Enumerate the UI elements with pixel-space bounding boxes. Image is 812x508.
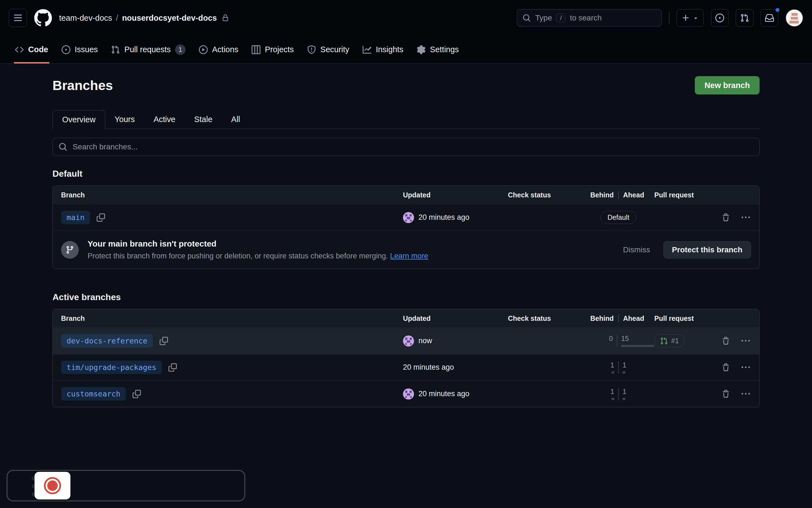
tab-overview[interactable]: Overview bbox=[52, 110, 105, 129]
row-actions bbox=[718, 212, 759, 223]
branch-search-input[interactable] bbox=[52, 138, 760, 156]
branch-protection-banner: Your main branch isn't protected Protect… bbox=[53, 230, 759, 269]
global-search-box[interactable]: Type / to search bbox=[517, 9, 662, 27]
ahead-bar bbox=[621, 345, 654, 347]
protect-branch-button[interactable]: Protect this branch bbox=[663, 241, 751, 258]
updated-time: 20 minutes ago bbox=[418, 389, 470, 398]
table-row: dev-docs-reference now 0 15 bbox=[53, 328, 759, 354]
updated-time: 20 minutes ago bbox=[418, 213, 470, 222]
tab-security[interactable]: Security bbox=[300, 36, 356, 63]
kebab-menu-button[interactable] bbox=[740, 336, 751, 346]
breadcrumb-separator: / bbox=[116, 13, 118, 23]
updated-cell: now bbox=[403, 335, 508, 346]
inbox-wrapper bbox=[761, 9, 778, 27]
issues-global-button[interactable] bbox=[711, 9, 729, 27]
new-branch-button[interactable]: New branch bbox=[695, 76, 760, 94]
tab-all[interactable]: All bbox=[222, 110, 249, 129]
branch-cell: tim/upgrade-packages bbox=[53, 361, 403, 374]
behind-count: 1 bbox=[610, 388, 614, 396]
ahead-count: 15 bbox=[621, 335, 629, 343]
record-button[interactable] bbox=[35, 472, 71, 500]
lock-icon bbox=[222, 14, 229, 22]
copy-branch-name-button[interactable] bbox=[167, 362, 178, 373]
copy-branch-name-button[interactable] bbox=[159, 336, 169, 346]
kebab-menu-button[interactable] bbox=[740, 389, 751, 399]
hamburger-menu-button[interactable] bbox=[9, 9, 27, 27]
updated-time: now bbox=[418, 337, 432, 345]
tab-projects[interactable]: Projects bbox=[245, 36, 300, 63]
pull-request-link[interactable]: #1 bbox=[654, 334, 685, 347]
create-new-button[interactable] bbox=[677, 9, 704, 27]
breadcrumb-repo-link[interactable]: nouserdocsyet-dev-docs bbox=[122, 13, 217, 23]
delete-branch-button[interactable] bbox=[721, 389, 731, 399]
record-icon bbox=[44, 477, 61, 494]
tab-active[interactable]: Active bbox=[144, 110, 185, 129]
banner-title: Your main branch isn't protected bbox=[88, 239, 614, 249]
copy-branch-name-button[interactable] bbox=[95, 212, 106, 223]
user-avatar[interactable] bbox=[785, 9, 803, 27]
column-updated: Updated bbox=[403, 314, 508, 323]
breadcrumb-org-link[interactable]: team-dev-docs bbox=[59, 13, 112, 23]
tab-yours[interactable]: Yours bbox=[105, 110, 144, 129]
branch-link-dev-docs-reference[interactable]: dev-docs-reference bbox=[61, 334, 153, 348]
tab-settings[interactable]: Settings bbox=[410, 36, 466, 63]
branch-link-main[interactable]: main bbox=[61, 211, 90, 224]
tab-issues-label: Issues bbox=[75, 45, 98, 54]
behind-ahead-cell: 0 15 bbox=[582, 328, 654, 354]
git-branch-icon bbox=[61, 241, 79, 259]
pull-requests-global-button[interactable] bbox=[736, 9, 754, 27]
default-branch-table: Branch Updated Check status Behind Ahead… bbox=[52, 185, 760, 269]
tab-pull-requests[interactable]: Pull requests 1 bbox=[105, 36, 192, 63]
global-search-placeholder-prefix: Type bbox=[535, 13, 552, 23]
kebab-menu-button[interactable] bbox=[740, 212, 751, 223]
search-icon bbox=[523, 14, 531, 22]
row-actions bbox=[718, 389, 759, 399]
tab-issues[interactable]: Issues bbox=[55, 36, 105, 63]
table-row: customsearch 20 minutes ago 1 1 bbox=[53, 380, 759, 407]
copy-branch-name-button[interactable] bbox=[131, 389, 142, 399]
page-title: Branches bbox=[52, 78, 113, 93]
delete-branch-button[interactable] bbox=[721, 336, 731, 346]
column-behind-ahead: Behind Ahead bbox=[582, 309, 654, 328]
banner-description-text: Protect this branch from force pushing o… bbox=[88, 252, 388, 260]
table-header-row: Branch Updated Check status Behind Ahead… bbox=[53, 186, 759, 204]
behind-count: 0 bbox=[609, 335, 613, 343]
behind-bar bbox=[611, 371, 614, 374]
dismiss-button[interactable]: Dismiss bbox=[623, 246, 650, 254]
updated-cell: 20 minutes ago bbox=[403, 363, 508, 372]
tab-insights-label: Insights bbox=[376, 45, 404, 54]
banner-text: Your main branch isn't protected Protect… bbox=[88, 239, 614, 260]
branch-cell: main bbox=[53, 211, 403, 224]
delete-branch-button[interactable] bbox=[721, 212, 731, 223]
tab-insights[interactable]: Insights bbox=[356, 36, 410, 63]
graph-icon bbox=[363, 45, 371, 54]
branch-link-customsearch[interactable]: customsearch bbox=[61, 387, 126, 400]
tab-stale[interactable]: Stale bbox=[185, 110, 222, 129]
table-row: tim/upgrade-packages 20 minutes ago 1 1 bbox=[53, 354, 759, 380]
updated-time: 20 minutes ago bbox=[403, 363, 454, 372]
banner-description: Protect this branch from force pushing o… bbox=[88, 252, 614, 260]
branch-search bbox=[52, 138, 760, 156]
delete-branch-button[interactable] bbox=[721, 362, 731, 373]
row-actions bbox=[718, 362, 759, 373]
ahead-bar bbox=[622, 398, 625, 400]
tab-settings-label: Settings bbox=[430, 45, 459, 54]
global-search-placeholder-suffix: to search bbox=[570, 13, 602, 23]
three-bars-icon bbox=[13, 13, 23, 23]
app-header: team-dev-docs / nouserdocsyet-dev-docs T… bbox=[0, 0, 812, 36]
row-actions bbox=[718, 336, 759, 346]
column-ahead: Ahead bbox=[619, 191, 654, 199]
code-icon bbox=[15, 45, 24, 54]
learn-more-link[interactable]: Learn more bbox=[390, 252, 429, 260]
tab-actions[interactable]: Actions bbox=[192, 36, 245, 63]
breadcrumb: team-dev-docs / nouserdocsyet-dev-docs bbox=[59, 13, 229, 23]
tab-actions-label: Actions bbox=[212, 45, 238, 54]
column-pull-request: Pull request bbox=[654, 314, 718, 323]
kebab-menu-button[interactable] bbox=[740, 362, 751, 373]
tab-code[interactable]: Code bbox=[8, 36, 55, 63]
branch-link-tim-upgrade-packages[interactable]: tim/upgrade-packages bbox=[61, 361, 162, 374]
github-logo[interactable] bbox=[34, 9, 52, 27]
column-branch: Branch bbox=[53, 191, 403, 199]
column-branch: Branch bbox=[53, 314, 403, 323]
behind-count: 1 bbox=[610, 361, 614, 369]
